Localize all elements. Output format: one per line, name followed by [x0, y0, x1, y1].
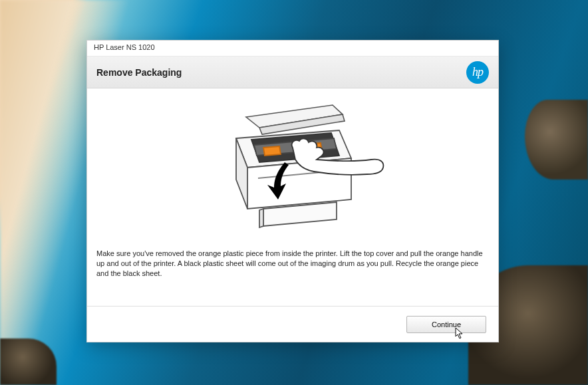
hp-logo-text: hp [472, 65, 483, 79]
continue-button[interactable]: Continue [406, 316, 486, 333]
printer-svg [200, 98, 386, 241]
dialog-content: Make sure you've removed the orange plas… [87, 88, 498, 306]
dialog-header: Remove Packaging hp [87, 57, 498, 88]
window-title: HP Laser NS 1020 [94, 43, 155, 51]
window-titlebar[interactable]: HP Laser NS 1020 [87, 41, 498, 57]
dialog-footer: Continue [87, 306, 498, 342]
page-title: Remove Packaging [96, 67, 182, 78]
hp-logo-icon: hp [466, 61, 489, 84]
instruction-text: Make sure you've removed the orange plas… [96, 249, 489, 279]
wallpaper-rock [525, 100, 588, 180]
installer-dialog: HP Laser NS 1020 Remove Packaging hp [86, 40, 499, 342]
printer-illustration [96, 95, 489, 245]
